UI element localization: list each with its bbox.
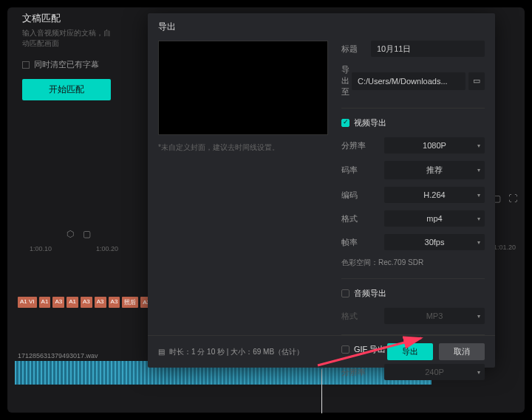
export-path-input[interactable] [352, 72, 466, 90]
clip[interactable]: A3 [81, 297, 92, 308]
clear-subtitles-checkbox[interactable]: 同时清空已有字幕 [22, 59, 111, 70]
checkbox-label: 同时清空已有字幕 [34, 59, 99, 70]
shield-icon[interactable]: ⬡ [66, 229, 74, 239]
gif-resolution-label: 分辨率 [341, 367, 384, 378]
viewport-controls: ▢ ⛶ [493, 193, 517, 204]
chevron-down-icon: ▾ [477, 167, 480, 173]
start-match-button[interactable]: 开始匹配 [22, 79, 111, 100]
preview-hint: *未自定义封面，建议去时间线设置。 [158, 142, 328, 153]
codec-select[interactable]: H.264▾ [384, 187, 485, 203]
checkbox-icon [22, 61, 30, 69]
audio-format-select: MP3▾ [384, 308, 485, 324]
checkbox-off-icon [341, 289, 349, 297]
camera-icon[interactable]: ▢ [83, 229, 91, 239]
dialog-title: 导出 [148, 13, 495, 41]
duration-size-text: 时长：1 分 10 秒 | 大小：69 MB（估计） [169, 347, 304, 357]
cancel-button[interactable]: 取消 [439, 343, 485, 360]
checkbox-on-icon [341, 119, 349, 127]
browse-folder-button[interactable]: ▭ [468, 72, 485, 90]
section-label: 音频导出 [354, 288, 386, 299]
export-info: ▤ 时长：1 分 10 秒 | 大小：69 MB（估计） [158, 347, 304, 357]
film-icon: ▤ [158, 348, 165, 356]
format-label: 格式 [341, 213, 384, 224]
title-input[interactable] [371, 41, 485, 57]
chevron-down-icon: ▾ [477, 192, 480, 199]
resolution-label: 分辨率 [341, 140, 384, 151]
sidebar-subtitle: 输入音视频对应的文稿，自动匹配画面 [22, 28, 111, 49]
codec-label: 编码 [341, 190, 384, 201]
chevron-down-icon: ▾ [477, 239, 480, 246]
chevron-down-icon: ▾ [477, 369, 480, 376]
audio-export-section[interactable]: 音频导出 [341, 288, 485, 299]
bitrate-select[interactable]: 推荐▾ [384, 161, 485, 179]
tick-label: 1:00.20 [96, 245, 118, 252]
clip[interactable]: A3 [109, 297, 120, 308]
video-export-section[interactable]: 视频导出 [341, 117, 485, 128]
title-label: 标题 [341, 44, 371, 55]
audio-format-label: 格式 [341, 311, 384, 322]
sidebar-title: 文稿匹配 [22, 12, 111, 25]
fullscreen-icon[interactable]: ⛶ [508, 193, 517, 204]
resolution-select[interactable]: 1080P▾ [384, 137, 485, 154]
clip[interactable]: A1 [39, 297, 51, 308]
clip[interactable]: A3 [52, 297, 64, 308]
clip[interactable]: A3 [95, 297, 106, 308]
export-dialog: 导出 *未自定义封面，建议去时间线设置。 标题 导出至 ▭ 视频导出 [148, 13, 495, 368]
bitrate-label: 码率 [341, 165, 384, 176]
clip[interactable]: 照后 [122, 297, 138, 308]
tick-label: 1:00.10 [30, 245, 52, 252]
format-select[interactable]: mp4▾ [384, 210, 485, 227]
fps-select[interactable]: 30fps▾ [384, 234, 485, 250]
folder-icon: ▭ [473, 76, 480, 86]
colorspace-text: 色彩空间：Rec.709 SDR [341, 258, 485, 268]
export-preview [158, 41, 328, 135]
export-button[interactable]: 导出 [387, 343, 433, 360]
clip[interactable]: A1 VI [18, 297, 37, 308]
chevron-down-icon: ▾ [477, 216, 480, 222]
tick-label-right: 1:01.20 [494, 244, 516, 251]
export-path-label: 导出至 [341, 64, 352, 97]
clip[interactable]: A1 [66, 297, 78, 308]
sidebar-panel: 文稿匹配 输入音视频对应的文稿，自动匹配画面 同时清空已有字幕 开始匹配 [22, 12, 111, 100]
fps-label: 帧率 [341, 237, 384, 248]
chevron-down-icon: ▾ [477, 313, 480, 320]
chevron-down-icon: ▾ [477, 142, 480, 149]
section-label: 视频导出 [354, 117, 386, 128]
